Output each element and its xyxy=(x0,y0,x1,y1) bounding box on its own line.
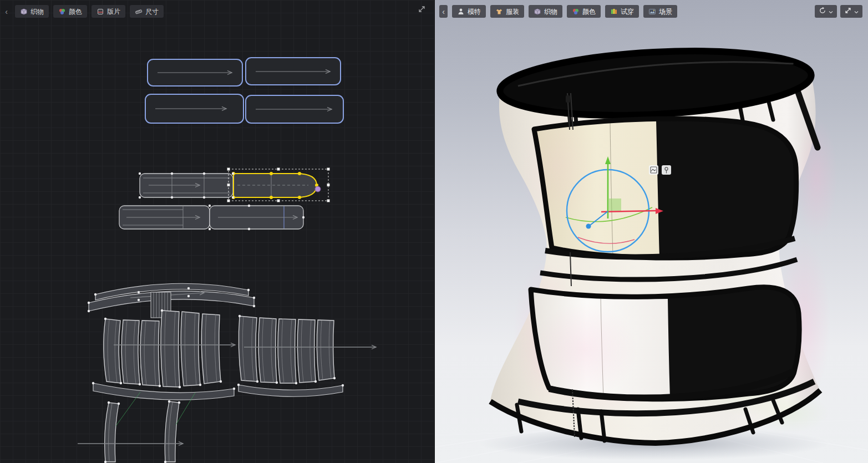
expand-2d-view-button[interactable] xyxy=(418,6,425,14)
color-tool-label-3d: 颜色 xyxy=(582,8,596,15)
color-tool-label: 颜色 xyxy=(69,8,82,15)
fabric-icon xyxy=(534,8,541,16)
pin-handle[interactable] xyxy=(315,186,321,192)
color-tool-button-3d[interactable]: 颜色 xyxy=(567,5,601,18)
fabric-tool-button-3d[interactable]: 织物 xyxy=(529,5,562,18)
pattern-piece-tool-label: 版片 xyxy=(107,8,120,15)
collapse-left-panel-button[interactable]: ‹ xyxy=(2,5,11,18)
turntable-icon xyxy=(819,7,826,16)
tryon-tool-label: 试穿 xyxy=(621,8,634,15)
scene-3d[interactable] xyxy=(435,0,868,463)
collapse-right-panel-button[interactable]: ‹ xyxy=(439,5,448,18)
tryon-icon xyxy=(610,8,618,16)
expand-diagonal-icon xyxy=(418,6,425,14)
model-tool-button[interactable]: 模特 xyxy=(452,5,486,18)
gizmo-plane-handle xyxy=(609,199,621,211)
pattern-canvas[interactable] xyxy=(0,0,434,463)
viewport-3d-panel: ‹ 模特 服装 织物 xyxy=(434,0,868,463)
strap-pattern-gray-top[interactable] xyxy=(140,174,233,197)
scene-tool-label: 场景 xyxy=(659,8,672,15)
size-tool-label: 尺寸 xyxy=(145,8,159,15)
fabric-tool-label: 织物 xyxy=(31,8,44,15)
size-icon xyxy=(135,8,143,16)
garment-tool-button[interactable]: 服装 xyxy=(490,5,524,18)
chevron-down-icon xyxy=(829,7,833,16)
pattern-toolbar: ‹ 织物 颜色 版片 xyxy=(2,5,164,18)
model-tool-label: 模特 xyxy=(468,8,481,15)
color-tool-button[interactable]: 颜色 xyxy=(53,5,87,18)
fit-view-icon xyxy=(844,7,852,16)
pattern-piece-tool-button[interactable]: 版片 xyxy=(92,5,125,18)
scene-icon xyxy=(648,8,656,16)
upper-strap xyxy=(518,105,796,258)
fabric-icon xyxy=(20,8,28,16)
pattern-2d-panel: ‹ 织物 颜色 版片 xyxy=(0,0,434,463)
scene-tool-button[interactable]: 场景 xyxy=(643,5,677,18)
strap-pattern-gray-bottom[interactable] xyxy=(119,205,304,230)
corset-panels[interactable] xyxy=(104,311,334,387)
turntable-button[interactable] xyxy=(815,5,837,18)
gizmo-origin-dot xyxy=(586,224,591,229)
garment-3d[interactable] xyxy=(490,44,837,443)
model-icon xyxy=(457,8,465,16)
tryon-tool-button[interactable]: 试穿 xyxy=(605,5,639,18)
fit-view-button[interactable] xyxy=(840,5,862,18)
fabric-tool-button[interactable]: 织物 xyxy=(15,5,49,18)
size-tool-button[interactable]: 尺寸 xyxy=(130,5,164,18)
app-window: ‹ 织物 颜色 版片 xyxy=(0,0,868,463)
zipper-pull xyxy=(566,95,570,103)
garment-icon xyxy=(495,8,503,16)
pattern-piece-icon xyxy=(97,8,104,16)
corset-pattern-group[interactable] xyxy=(78,283,376,463)
chevron-down-icon xyxy=(854,7,859,16)
view-controls xyxy=(815,5,862,18)
viewport-toolbar: ‹ 模特 服装 织物 xyxy=(439,5,677,18)
color-icon xyxy=(572,8,580,16)
strap-patterns-blue[interactable] xyxy=(145,58,343,123)
waist-tape-strips[interactable] xyxy=(105,401,179,462)
color-icon xyxy=(58,8,66,16)
fabric-tool-label-3d: 织物 xyxy=(544,8,557,15)
garment-tool-label: 服装 xyxy=(506,8,519,15)
